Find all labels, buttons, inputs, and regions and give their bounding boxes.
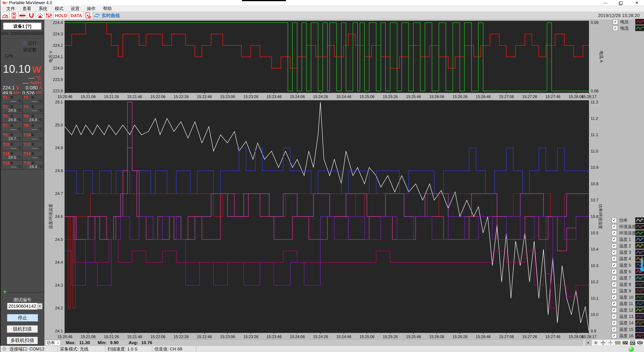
channel-select[interactable]: 功率 ∨ — [46, 340, 60, 346]
gear-icon[interactable]: ⚙ — [0, 346, 8, 352]
legend-swatch[interactable] — [635, 25, 644, 31]
x-tick-label: 15:24:46 — [336, 94, 351, 99]
menu-item-3[interactable]: 模式 — [51, 6, 67, 11]
legend-swatch[interactable] — [635, 217, 644, 223]
legend-swatch[interactable] — [635, 275, 644, 281]
legend-checkbox[interactable]: ✔ — [612, 295, 617, 300]
stop-button[interactable]: 停止 — [7, 314, 38, 322]
minimize-button[interactable]: — — [598, 0, 613, 5]
restore-button[interactable] — [614, 0, 629, 5]
legend-swatch[interactable] — [635, 320, 644, 326]
pan-hand-button[interactable] — [592, 340, 599, 345]
zoom-horizontal-button[interactable] — [629, 340, 636, 345]
thermometer-button[interactable] — [18, 12, 27, 19]
min-value: 9.90 — [110, 340, 119, 345]
legend-label: 温度 1 — [619, 237, 633, 242]
voltage-probe-button[interactable] — [27, 12, 36, 19]
x-tick-mark — [227, 333, 228, 334]
x-tick-mark — [134, 333, 135, 334]
legend-swatch[interactable] — [635, 237, 644, 243]
y-tick-label: 10.5 — [591, 231, 598, 235]
legend-checkbox[interactable]: ✔ — [612, 263, 617, 268]
legend-swatch[interactable] — [635, 307, 644, 313]
menu-item-6[interactable]: 帮助 — [99, 6, 116, 11]
legend-checkbox[interactable]: ✔ — [613, 26, 618, 31]
legend-swatch[interactable] — [635, 326, 644, 332]
menu-item-0[interactable]: 文件 — [3, 6, 19, 11]
test-id-dropdown-button[interactable]: ▼ — [37, 303, 42, 309]
offline-scan-button[interactable]: 脱机扫描 — [7, 325, 38, 333]
legend-checkbox[interactable]: ✔ — [612, 224, 617, 229]
temp-unit: °C — [38, 108, 43, 113]
legend-checkbox[interactable]: ✔ — [612, 327, 617, 332]
legend-swatch[interactable] — [635, 243, 644, 249]
legend-checkbox[interactable]: ✔ — [612, 308, 617, 313]
center-crosshair-button[interactable] — [607, 340, 614, 345]
report-button[interactable] — [84, 12, 92, 19]
voltage-current-chart[interactable] — [64, 21, 589, 93]
legend-checkbox[interactable]: ✔ — [613, 19, 618, 24]
meter-button[interactable] — [1, 12, 10, 19]
legend-row-温度 15: ✔温度 15 — [612, 326, 644, 332]
legend-checkbox[interactable]: ✔ — [612, 288, 617, 294]
legend-swatch[interactable] — [635, 294, 644, 300]
zoom-x-button[interactable] — [614, 340, 621, 345]
legend-checkbox[interactable]: ✔ — [612, 275, 617, 281]
legend-swatch[interactable] — [635, 333, 644, 339]
thermometer-overlay-icon[interactable] — [640, 259, 644, 273]
x-tick-label: 15:25:46 — [406, 94, 421, 99]
legend-swatch[interactable] — [635, 288, 644, 294]
legend-swatch[interactable] — [635, 249, 644, 256]
legend-swatch[interactable] — [635, 314, 644, 320]
menu-item-2[interactable]: 系统 — [35, 6, 51, 11]
legend-checkbox[interactable]: ✔ — [612, 237, 617, 242]
legend-checkbox[interactable]: ✔ — [612, 218, 617, 223]
legend-checkbox[interactable]: ✔ — [612, 250, 617, 255]
temp-cell-T13: T13K24.5°C — [2, 151, 23, 160]
ambient-temp-unit: °C — [36, 75, 41, 80]
zoom-vertical-button[interactable] — [636, 340, 643, 345]
humidity-unit: %RH — [30, 80, 41, 85]
hourglass-button[interactable] — [10, 12, 18, 19]
legend-swatch[interactable] — [635, 19, 644, 25]
zoom-box-button[interactable] — [622, 340, 628, 345]
device-header[interactable]: 设备1 [?] — [3, 23, 42, 30]
temp-value: ---- — [11, 164, 16, 169]
legend-checkbox[interactable]: ✔ — [612, 333, 617, 339]
legend-row-温度 2: ✔温度 2 — [612, 243, 644, 249]
hold-button[interactable]: HOLD — [53, 12, 69, 19]
test-id-input[interactable] — [7, 303, 38, 310]
close-button[interactable]: ✕ — [629, 0, 644, 5]
temp-unit: °C — [38, 164, 43, 169]
legend-checkbox[interactable]: ✔ — [612, 282, 617, 287]
power-temperature-chart[interactable] — [64, 100, 589, 333]
menu-item-5[interactable]: 操作 — [83, 6, 99, 11]
humidity-value: ---- — [22, 80, 29, 85]
legend-checkbox[interactable]: ✔ — [612, 243, 617, 249]
move-axes-button[interactable] — [600, 340, 606, 345]
legend-swatch[interactable] — [635, 301, 644, 307]
zoom-cursor-button[interactable]: + — [584, 340, 592, 346]
legend-swatch[interactable] — [635, 230, 644, 236]
legend-checkbox[interactable]: ✔ — [612, 231, 617, 236]
legend-checkbox[interactable]: ✔ — [612, 320, 617, 326]
realtime-curve-button[interactable]: 实时曲线 — [94, 12, 120, 19]
legend-checkbox[interactable]: ✔ — [612, 314, 617, 319]
x-tick-label: 15:28:17 — [582, 94, 596, 99]
x-tick-label: 15:23:06 — [220, 94, 235, 99]
legend-row-温度 5: ✔温度 5 — [612, 262, 644, 268]
legend-swatch[interactable] — [635, 282, 644, 288]
legend-checkbox[interactable]: ✔ — [612, 301, 617, 306]
data-button[interactable]: DATA — [69, 12, 84, 19]
legend-checkbox[interactable]: ✔ — [612, 269, 617, 274]
menu-item-4[interactable]: 设置 — [67, 6, 83, 11]
alarm-button[interactable] — [36, 12, 44, 19]
axis-title: 温度/环境温度 — [48, 204, 53, 229]
x-tick-mark — [436, 93, 437, 94]
legend-checkbox[interactable]: ✔ — [612, 256, 617, 261]
hourglass-icon — [12, 12, 16, 18]
mixer-button[interactable] — [45, 12, 53, 19]
menu-item-1[interactable]: 查看 — [19, 6, 35, 11]
multi-unit-scan-button[interactable]: 多联机扫描 — [7, 337, 38, 344]
legend-swatch[interactable] — [635, 224, 644, 230]
